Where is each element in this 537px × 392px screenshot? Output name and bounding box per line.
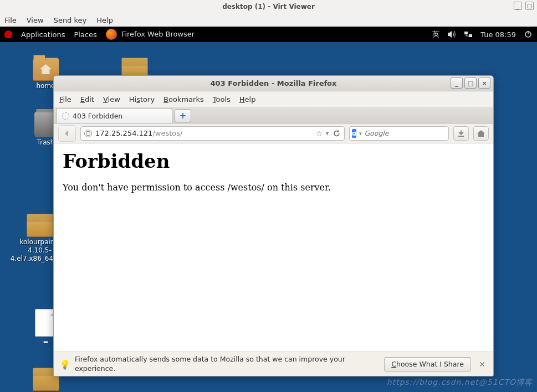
svg-rect-1 xyxy=(469,34,472,37)
firefox-titlebar[interactable]: 403 Forbidden - Mozilla Firefox _ □ × xyxy=(54,76,493,91)
firefox-window-title: 403 Forbidden - Mozilla Firefox xyxy=(211,79,337,87)
firefox-menu-bookmarks[interactable]: Bookmarks xyxy=(163,95,204,104)
page-heading: Forbidden xyxy=(63,150,484,172)
back-button[interactable] xyxy=(58,125,76,142)
gnome-applications-menu[interactable]: Applications xyxy=(21,30,65,39)
url-bar[interactable]: 172.25.254.121/westos/ ☆ ▾ xyxy=(80,126,345,141)
svg-rect-4 xyxy=(458,136,464,137)
power-icon[interactable] xyxy=(524,30,533,38)
infobar-close-button[interactable]: ✕ xyxy=(477,359,488,370)
virt-maximize-button[interactable]: □ xyxy=(525,2,534,10)
tab-favicon-placeholder-icon xyxy=(62,112,69,120)
virt-viewer-title: desktop (1) - Virt Viewer xyxy=(222,3,315,11)
firefox-tab-active[interactable]: 403 Forbidden xyxy=(56,108,172,123)
firefox-menu-file[interactable]: File xyxy=(59,95,71,104)
firefox-tab-title: 403 Forbidden xyxy=(73,112,122,120)
reload-button[interactable] xyxy=(332,129,341,138)
firefox-minimize-button[interactable]: _ xyxy=(451,78,463,89)
clock[interactable]: Tue 08:59 xyxy=(480,30,516,39)
firefox-menu-view[interactable]: View xyxy=(103,95,120,104)
firefox-menu-history[interactable]: History xyxy=(129,95,155,104)
downloads-button[interactable] xyxy=(453,126,469,141)
bookmark-star-icon[interactable]: ☆ xyxy=(315,129,323,138)
home-button[interactable] xyxy=(473,126,489,141)
virt-menu-help[interactable]: Help xyxy=(96,16,113,24)
url-dropdown-icon[interactable]: ▾ xyxy=(326,130,329,136)
virt-menu-file[interactable]: File xyxy=(4,16,17,24)
firefox-menu-tools[interactable]: Tools xyxy=(213,95,231,104)
firefox-close-button[interactable]: × xyxy=(478,78,490,89)
firefox-navigation-toolbar: 172.25.254.121/westos/ ☆ ▾ g ▾ 🔍 xyxy=(54,123,493,143)
firefox-menu-edit[interactable]: Edit xyxy=(80,95,94,104)
search-engine-icon[interactable]: g xyxy=(352,129,356,138)
virt-viewer-titlebar: desktop (1) - Virt Viewer _ □ xyxy=(0,0,537,13)
watermark-text: https://blog.csdn.net@51CTO博客 xyxy=(387,378,533,388)
lightbulb-icon: 💡 xyxy=(59,359,69,369)
firefox-info-bar: 💡 Firefox automatically sends some data … xyxy=(54,352,493,376)
firefox-new-tab-button[interactable]: + xyxy=(175,109,191,122)
search-bar[interactable]: g ▾ 🔍 xyxy=(349,126,449,141)
network-icon[interactable] xyxy=(464,30,473,38)
gnome-top-panel: Applications Places Firefox Web Browser … xyxy=(0,27,537,42)
gnome-places-menu[interactable]: Places xyxy=(74,30,96,39)
url-text: 172.25.254.121/westos/ xyxy=(95,129,312,137)
choose-share-button[interactable]: Choose What I Share xyxy=(384,357,471,372)
desktop[interactable]: home Trash kolourpaint-4.10.5-4.el7.x86_… xyxy=(0,42,537,392)
firefox-icon xyxy=(106,29,117,40)
virt-viewer-menubar: File View Send key Help xyxy=(0,13,537,27)
firefox-page-content: Forbidden You don't have permission to a… xyxy=(54,143,493,352)
page-body-text: You don't have permission to access /wes… xyxy=(63,182,484,193)
firefox-menu-help[interactable]: Help xyxy=(239,95,256,104)
search-input[interactable] xyxy=(364,129,451,137)
svg-rect-0 xyxy=(464,32,468,34)
volume-icon[interactable] xyxy=(447,30,456,38)
firefox-tabbar: 403 Forbidden + xyxy=(54,107,493,123)
infobar-message: Firefox automatically sends some data to… xyxy=(75,355,379,373)
firefox-window: 403 Forbidden - Mozilla Firefox _ □ × Fi… xyxy=(53,75,494,376)
firefox-menubar: File Edit View History Bookmarks Tools H… xyxy=(54,91,493,107)
search-engine-dropdown-icon[interactable]: ▾ xyxy=(359,131,362,136)
gnome-active-app[interactable]: Firefox Web Browser xyxy=(106,29,195,40)
virt-minimize-button[interactable]: _ xyxy=(514,2,522,10)
virt-menu-view[interactable]: View xyxy=(27,16,44,24)
rpm-package-icon xyxy=(27,214,53,237)
firefox-maximize-button[interactable]: □ xyxy=(464,78,477,89)
globe-icon xyxy=(84,130,92,137)
virt-menu-sendkey[interactable]: Send key xyxy=(54,16,87,24)
distro-icon xyxy=(4,30,12,38)
input-method-indicator[interactable]: 英 xyxy=(432,29,439,39)
